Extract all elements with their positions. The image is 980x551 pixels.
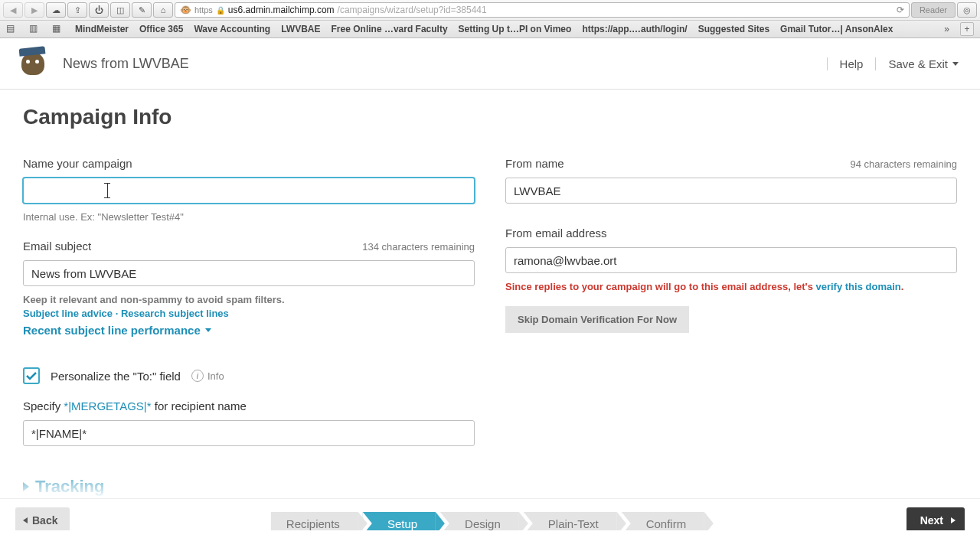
- page-heading: Campaign Info: [23, 105, 957, 129]
- from-name-input[interactable]: [505, 178, 957, 204]
- campaign-title: News from LWVBAE: [63, 56, 189, 72]
- verify-domain-text: Since replies to your campaign will go t…: [505, 281, 957, 292]
- recent-subject-link[interactable]: Recent subject line performance: [23, 324, 211, 337]
- power-button[interactable]: ⏻: [89, 2, 109, 18]
- url-path: /campaigns/wizard/setup?id=385441: [338, 5, 487, 15]
- info-button[interactable]: i Info: [191, 370, 224, 382]
- bookmark-item[interactable]: https://app.…auth/login/: [582, 24, 687, 34]
- share-button[interactable]: ⇪: [67, 2, 87, 18]
- bookmarks-overflow[interactable]: »: [944, 24, 949, 34]
- step-setup[interactable]: Setup: [363, 512, 436, 530]
- campaign-name-label: Name your campaign: [23, 157, 475, 170]
- site-favicon: 🐵: [180, 5, 191, 15]
- skip-verification-button[interactable]: Skip Domain Verification For Now: [505, 306, 689, 333]
- bookmark-item[interactable]: Free Online …vard Faculty: [332, 24, 448, 34]
- step-confirm[interactable]: Confirm: [622, 512, 705, 530]
- reload-icon[interactable]: ⟳: [897, 5, 904, 15]
- grid-icon[interactable]: ▦: [52, 23, 64, 35]
- url-protocol: https: [194, 5, 213, 15]
- subject-input[interactable]: [23, 260, 475, 286]
- wizard-next-button[interactable]: Next: [906, 507, 965, 530]
- info-icon: i: [191, 370, 204, 382]
- subject-hint: Keep it relevant and non-spammy to avoid…: [23, 294, 475, 305]
- step-recipients[interactable]: Recipients: [271, 512, 358, 530]
- bookmark-item[interactable]: Office 365: [139, 24, 183, 34]
- toolbar: ◀ ▶ ☁ ⇪ ⏻ ◫ ✎ ⌂ 🐵 https 🔒 us6.admin.mail…: [0, 0, 980, 20]
- info-label: Info: [207, 370, 224, 382]
- subject-advice-link[interactable]: Subject line advice: [23, 308, 113, 319]
- bookmark-item[interactable]: Gmail Tutor…| AnsonAlex: [780, 24, 893, 34]
- research-link[interactable]: Research subject lines: [121, 308, 229, 319]
- caret-down-icon: [952, 62, 959, 66]
- address-bar[interactable]: 🐵 https 🔒 us6.admin.mailchimp.com/campai…: [175, 2, 910, 18]
- verify-domain-link[interactable]: verify this domain: [815, 281, 900, 292]
- wizard-bar: Back Recipients Setup Design Plain-Text …: [0, 498, 980, 530]
- edit-button[interactable]: ✎: [132, 2, 152, 18]
- sidebar-icon[interactable]: ▤: [6, 23, 18, 35]
- back-nav-button[interactable]: ◀: [3, 2, 23, 18]
- bookmarks-bar: ▤ ▥ ▦ MindMeister Office 365 Wave Accoun…: [0, 20, 980, 37]
- save-exit-button[interactable]: Save & Exit: [875, 57, 959, 70]
- reader-button[interactable]: Reader: [911, 2, 956, 18]
- from-email-label: From email address: [505, 227, 957, 240]
- icloud-button[interactable]: ☁: [46, 2, 66, 18]
- from-email-input[interactable]: [505, 247, 957, 273]
- mergetag-input[interactable]: [23, 420, 475, 446]
- lock-icon: 🔒: [216, 6, 225, 15]
- book-icon[interactable]: ▥: [29, 23, 41, 35]
- forward-nav-button[interactable]: ▶: [24, 2, 44, 18]
- bookmark-item[interactable]: Suggested Sites: [698, 24, 769, 34]
- mergetags-text: *|MERGETAGS|*: [64, 399, 151, 412]
- recent-subject-label: Recent subject line performance: [23, 324, 201, 337]
- next-label: Next: [920, 514, 943, 527]
- chevron-left-icon: [23, 517, 28, 523]
- bookmark-item[interactable]: LWVBAE: [281, 24, 320, 34]
- home-button[interactable]: ⌂: [153, 2, 173, 18]
- tracking-toggle[interactable]: Tracking: [23, 477, 475, 497]
- app-header: News from LWVBAE Help Save & Exit: [0, 38, 980, 90]
- from-name-label: From name: [505, 157, 564, 170]
- toolbar-button-2[interactable]: ◎: [957, 2, 977, 18]
- campaign-name-input[interactable]: [23, 178, 475, 204]
- tracking-label: Tracking: [35, 477, 104, 497]
- campaign-name-hint: Internal use. Ex: "Newsletter Test#4": [23, 211, 475, 223]
- mailchimp-logo: [21, 52, 44, 75]
- bookmark-item[interactable]: Setting Up t…PI on Vimeo: [459, 24, 572, 34]
- back-label: Back: [32, 514, 57, 527]
- subject-char-count: 134 characters remaining: [362, 241, 475, 253]
- save-exit-label: Save & Exit: [888, 57, 948, 70]
- caret-down-icon: [205, 328, 211, 332]
- specify-text: Specify *|MERGETAGS|* for recipient name: [23, 399, 475, 412]
- browser-chrome: ◀ ▶ ☁ ⇪ ⏻ ◫ ✎ ⌂ 🐵 https 🔒 us6.admin.mail…: [0, 0, 980, 38]
- url-host: us6.admin.mailchimp.com: [228, 5, 335, 15]
- triangle-right-icon: [23, 482, 29, 491]
- wizard-back-button[interactable]: Back: [15, 507, 70, 530]
- add-tab-button[interactable]: +: [960, 22, 974, 36]
- subject-label: Email subject: [23, 240, 91, 253]
- from-name-char-count: 94 characters remaining: [851, 158, 957, 170]
- help-link[interactable]: Help: [827, 57, 864, 70]
- step-design[interactable]: Design: [440, 512, 519, 530]
- wizard-steps: Recipients Setup Design Plain-Text Confi…: [271, 512, 709, 530]
- main-content: Campaign Info Name your campaign Interna…: [0, 90, 980, 530]
- chevron-right-icon: [951, 517, 956, 523]
- personalize-checkbox[interactable]: [23, 367, 40, 384]
- text-cursor-icon: [107, 184, 108, 197]
- bookmark-item[interactable]: Wave Accounting: [194, 24, 270, 34]
- bookmark-item[interactable]: MindMeister: [75, 24, 129, 34]
- step-plain-text[interactable]: Plain-Text: [524, 512, 617, 530]
- personalize-label: Personalize the "To:" field: [51, 370, 181, 383]
- toolbar-button-1[interactable]: ◫: [110, 2, 130, 18]
